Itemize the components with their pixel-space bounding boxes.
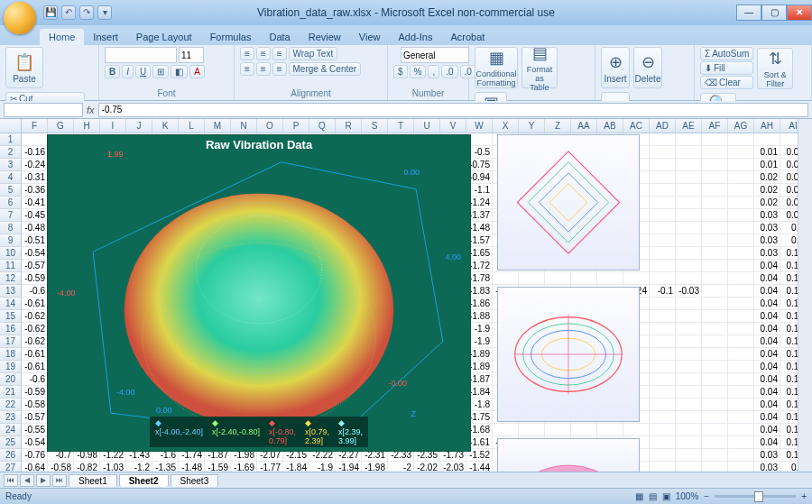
conditional-formatting-button[interactable]: ▦Conditional Formatting: [475, 47, 518, 88]
delete-cells-button[interactable]: ⊖Delete: [633, 47, 662, 88]
cell-K27[interactable]: -1.35: [152, 462, 179, 472]
view-normal-icon[interactable]: ▦: [635, 491, 643, 501]
cell-F24[interactable]: -0.55: [22, 424, 48, 436]
cell-F1[interactable]: [22, 133, 48, 146]
cell-AF27[interactable]: [702, 462, 728, 472]
col-header-V[interactable]: V: [440, 119, 466, 133]
cell-F10[interactable]: -0.54: [22, 247, 48, 260]
zoom-level[interactable]: 100%: [676, 491, 699, 501]
cell-F27[interactable]: -0.64: [22, 462, 48, 472]
cell-AE16[interactable]: [676, 323, 702, 335]
row-header-9[interactable]: 9: [0, 234, 22, 247]
cell-F15[interactable]: -0.62: [22, 310, 48, 323]
col-header-P[interactable]: P: [283, 119, 309, 133]
cell-AG24[interactable]: [728, 424, 754, 436]
cell-AE5[interactable]: [676, 184, 702, 197]
row-header-5[interactable]: 5: [0, 184, 22, 197]
cell-F21[interactable]: -0.59: [22, 386, 48, 399]
cell-AH7[interactable]: 0.03: [754, 209, 780, 222]
cell-AG17[interactable]: [728, 335, 754, 348]
cell-X12[interactable]: [493, 272, 519, 285]
cell-AC24[interactable]: [623, 424, 650, 436]
cell-AG19[interactable]: [728, 361, 754, 373]
row-header-19[interactable]: 19: [0, 361, 22, 373]
cell-AF14[interactable]: [702, 298, 728, 310]
cell-AD1[interactable]: [650, 133, 676, 146]
col-header-T[interactable]: T: [388, 119, 414, 133]
cell-F26[interactable]: -0.76: [22, 449, 48, 462]
mini-chart-1[interactable]: [497, 134, 640, 270]
align-left-button[interactable]: ≡: [240, 62, 254, 76]
cell-AE2[interactable]: [676, 146, 702, 159]
tab-data[interactable]: Data: [260, 29, 299, 45]
cell-F8[interactable]: -0.48: [22, 222, 48, 234]
row-header-20[interactable]: 20: [0, 373, 22, 386]
cell-AG16[interactable]: [728, 323, 754, 335]
cell-AH26[interactable]: 0.03: [754, 449, 780, 462]
row-header-15[interactable]: 15: [0, 310, 22, 323]
align-bot-button[interactable]: ≡: [272, 47, 287, 60]
row-header-22[interactable]: 22: [0, 399, 22, 411]
cell-F12[interactable]: -0.59: [22, 272, 48, 285]
cell-F3[interactable]: -0.24: [22, 159, 48, 171]
cell-AE18[interactable]: [676, 348, 702, 361]
cell-AF6[interactable]: [702, 197, 728, 209]
cell-F13[interactable]: -0.6: [22, 285, 48, 298]
cell-AH18[interactable]: 0.04: [754, 348, 780, 361]
cell-AF7[interactable]: [702, 209, 728, 222]
tab-addins[interactable]: Add-Ins: [389, 29, 441, 45]
cell-AE26[interactable]: [676, 449, 702, 462]
percent-button[interactable]: %: [410, 65, 427, 78]
chart-3d-vibration[interactable]: Raw Vibration Data 1.99 0.00 -4.00 4.00 …: [47, 134, 471, 452]
col-header-AC[interactable]: AC: [623, 119, 650, 133]
cell-T27[interactable]: -2: [388, 462, 414, 472]
font-face-combo[interactable]: [105, 47, 177, 63]
formula-bar[interactable]: -0.75: [98, 103, 808, 117]
cell-J27[interactable]: -1.2: [126, 462, 152, 472]
zoom-slider[interactable]: [715, 495, 796, 498]
cell-AE21[interactable]: [676, 386, 702, 399]
cell-S27[interactable]: -1.98: [362, 462, 388, 472]
cell-AA12[interactable]: [571, 272, 597, 285]
cell-X24[interactable]: [493, 424, 519, 436]
cell-AF9[interactable]: [702, 234, 728, 247]
minimize-button[interactable]: —: [736, 5, 761, 21]
cell-AB12[interactable]: [597, 272, 623, 285]
cell-AD4[interactable]: [650, 171, 676, 184]
cell-AF4[interactable]: [702, 171, 728, 184]
cell-AG25[interactable]: [728, 436, 754, 449]
vertical-scrollbar[interactable]: [798, 119, 812, 472]
cell-I27[interactable]: -1.03: [100, 462, 126, 472]
cell-AH2[interactable]: 0.01: [754, 146, 780, 159]
currency-button[interactable]: $: [393, 65, 408, 78]
cell-W27[interactable]: -1.44: [466, 462, 493, 472]
row-header-16[interactable]: 16: [0, 323, 22, 335]
worksheet-grid[interactable]: FGHIJKLMNOPQRSTUVWXYZAAABACADAEAFAGAHAIA…: [0, 119, 812, 472]
cell-Y12[interactable]: [519, 272, 545, 285]
cell-AG23[interactable]: [728, 411, 754, 424]
name-box[interactable]: [4, 103, 83, 117]
sheet-tab-3[interactable]: Sheet3: [171, 474, 219, 487]
col-header-Y[interactable]: Y: [519, 119, 545, 133]
bold-button[interactable]: B: [105, 65, 120, 78]
col-header-X[interactable]: X: [493, 119, 519, 133]
cell-AD22[interactable]: [650, 399, 676, 411]
cell-AG4[interactable]: [728, 171, 754, 184]
cell-AF1[interactable]: [702, 133, 728, 146]
inc-decimal-button[interactable]: .0: [441, 65, 457, 78]
cell-AD21[interactable]: [650, 386, 676, 399]
cell-AF2[interactable]: [702, 146, 728, 159]
cell-AD25[interactable]: [650, 436, 676, 449]
office-button[interactable]: [4, 2, 36, 34]
tab-formulas[interactable]: Formulas: [201, 29, 261, 45]
cell-AH6[interactable]: 0.02: [754, 197, 780, 209]
cell-AD19[interactable]: [650, 361, 676, 373]
row-header-23[interactable]: 23: [0, 411, 22, 424]
number-format-combo[interactable]: [401, 47, 469, 63]
cell-AF11[interactable]: [702, 260, 728, 272]
cell-Q27[interactable]: -1.9: [309, 462, 336, 472]
mini-chart-3[interactable]: [497, 438, 640, 472]
tab-insert[interactable]: Insert: [84, 29, 127, 45]
align-top-button[interactable]: ≡: [240, 47, 254, 60]
col-header-R[interactable]: R: [336, 119, 362, 133]
